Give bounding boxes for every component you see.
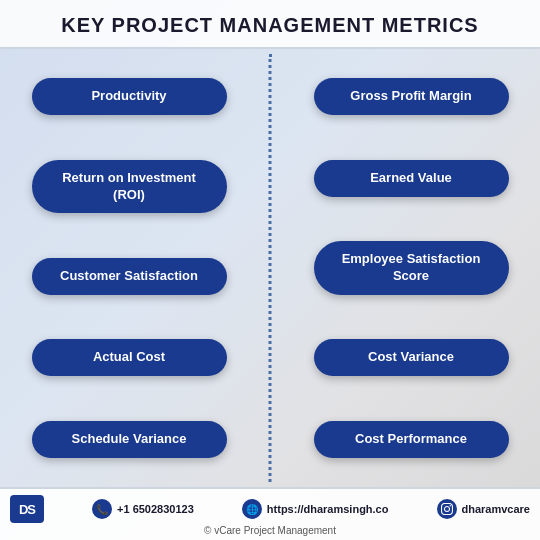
metric-pill-actual-cost: Actual Cost [32, 339, 227, 376]
phone-icon: 📞 [92, 499, 112, 519]
main-content: Productivity Return on Investment (ROI) … [0, 49, 540, 487]
metric-pill-employee-satisfaction: Employee Satisfaction Score [314, 241, 509, 295]
metric-pill-roi: Return on Investment (ROI) [32, 160, 227, 214]
ds-logo: DS [10, 495, 44, 523]
footer-brand: DS [10, 495, 44, 523]
metric-pill-earned-value: Earned Value [314, 160, 509, 197]
metric-pill-customer-satisfaction: Customer Satisfaction [32, 258, 227, 295]
header: KEY PROJECT MANAGEMENT METRICS [0, 0, 540, 49]
instagram-handle: dharamvcare [462, 503, 531, 515]
footer-website: 🌐 https://dharamsingh.co [242, 499, 389, 519]
instagram-icon [437, 499, 457, 519]
page-title: KEY PROJECT MANAGEMENT METRICS [61, 14, 478, 36]
metric-pill-cost-variance: Cost Variance [314, 339, 509, 376]
website-url: https://dharamsingh.co [267, 503, 389, 515]
copyright-row: © vCare Project Management [10, 525, 530, 536]
footer: DS 📞 +1 6502830123 🌐 https://dharamsingh… [0, 487, 540, 540]
footer-links-row: DS 📞 +1 6502830123 🌐 https://dharamsingh… [10, 495, 530, 523]
copyright-text: © vCare Project Management [204, 525, 336, 536]
center-divider [269, 54, 272, 482]
left-column: Productivity Return on Investment (ROI) … [8, 59, 270, 477]
right-column: Gross Profit Margin Earned Value Employe… [270, 59, 532, 477]
page-container: KEY PROJECT MANAGEMENT METRICS Productiv… [0, 0, 540, 540]
metric-pill-cost-performance: Cost Performance [314, 421, 509, 458]
phone-number: +1 6502830123 [117, 503, 194, 515]
metric-pill-productivity: Productivity [32, 78, 227, 115]
globe-icon: 🌐 [242, 499, 262, 519]
footer-phone: 📞 +1 6502830123 [92, 499, 194, 519]
metric-pill-gross-profit-margin: Gross Profit Margin [314, 78, 509, 115]
metric-pill-schedule-variance: Schedule Variance [32, 421, 227, 458]
footer-instagram: dharamvcare [437, 499, 531, 519]
